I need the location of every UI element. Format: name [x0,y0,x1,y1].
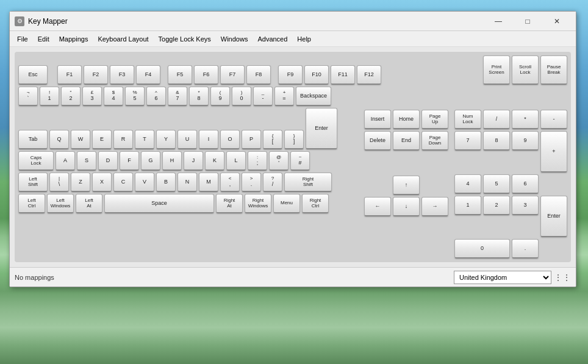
key-f[interactable]: F [120,151,139,171]
key-6[interactable]: ^6 [146,87,166,106]
key-numpad-0[interactable]: 0 [454,239,510,259]
key-f2[interactable]: F2 [84,65,108,85]
key-m[interactable]: M [199,173,218,192]
key-a[interactable]: A [56,151,75,171]
key-menu[interactable]: Menu [273,194,300,213]
key-space[interactable]: Space [104,194,214,213]
key-equals[interactable]: += [274,87,294,106]
key-numpad-2[interactable]: 2 [483,196,510,215]
menu-toggle-lock-keys[interactable]: Toggle Lock Keys [154,34,216,45]
key-backtick[interactable]: ¬` [18,87,38,106]
key-left-ctrl[interactable]: LeftCtrl [18,194,45,213]
key-i[interactable]: I [199,130,218,149]
key-h[interactable]: H [162,151,182,171]
key-p[interactable]: P [242,130,261,149]
key-numpad-enter[interactable]: Enter [540,196,567,237]
key-down[interactable]: ↓ [393,197,420,216]
key-s[interactable]: S [77,151,96,171]
key-f10[interactable]: F10 [304,65,329,85]
key-page-down[interactable]: PageDown [421,131,448,151]
key-f11[interactable]: F11 [331,65,355,85]
key-0[interactable]: )0 [232,87,251,106]
keyboard-layout-select[interactable]: United Kingdom United States German Fren… [454,271,551,284]
key-left-windows[interactable]: LeftWindows [47,194,74,213]
key-y[interactable]: Y [156,130,176,149]
menu-windows[interactable]: Windows [216,34,253,45]
key-l[interactable]: L [226,151,246,171]
key-7[interactable]: &7 [168,87,187,106]
key-caps-lock[interactable]: CapsLock [18,151,54,171]
key-j[interactable]: J [184,151,203,171]
close-button[interactable]: ✕ [543,14,571,29]
key-v[interactable]: V [135,173,154,192]
key-hash[interactable]: ~# [290,151,310,171]
maximize-button[interactable]: □ [514,14,542,29]
menu-help[interactable]: Help [292,34,316,45]
key-numpad-minus[interactable]: - [540,110,567,129]
key-semicolon[interactable]: :; [248,151,267,171]
key-g[interactable]: G [141,151,160,171]
key-numpad-8[interactable]: 8 [483,131,510,151]
key-end[interactable]: End [393,131,420,151]
key-z[interactable]: Z [71,173,90,192]
minimize-button[interactable]: — [484,14,512,29]
key-left[interactable]: ← [364,197,391,216]
key-f12[interactable]: F12 [357,65,381,85]
key-minus[interactable]: _- [253,87,273,106]
key-pause-break[interactable]: PauseBreak [540,55,567,85]
key-numpad-7[interactable]: 7 [454,131,481,151]
key-backslash[interactable]: |\ [49,173,69,192]
key-numpad-1[interactable]: 1 [454,196,481,215]
key-up[interactable]: ↑ [393,176,420,195]
key-esc[interactable]: Esc [18,65,48,85]
key-b[interactable]: B [156,173,176,192]
key-right-ctrl[interactable]: RightCtrl [302,194,329,213]
key-left-alt[interactable]: LeftAt [76,194,102,213]
settings-dots-icon[interactable]: ⋮⋮ [554,273,571,282]
key-left-shift[interactable]: LeftShift [18,173,48,192]
key-backspace[interactable]: Backspace [296,87,331,106]
key-print-screen[interactable]: PrintScreen [483,55,510,85]
key-scroll-lock[interactable]: ScrollLock [512,55,539,85]
key-4[interactable]: $4 [104,87,123,106]
key-9[interactable]: (9 [210,87,230,106]
key-num-lock[interactable]: NumLock [454,110,481,129]
key-f1[interactable]: F1 [57,65,82,85]
key-5[interactable]: %5 [125,87,145,106]
key-f3[interactable]: F3 [110,65,134,85]
key-3[interactable]: £3 [82,87,102,106]
key-home[interactable]: Home [393,110,420,129]
key-numpad-period[interactable]: . [512,239,539,259]
key-insert[interactable]: Insert [364,110,391,129]
key-n[interactable]: N [177,173,197,192]
key-numpad-6[interactable]: 6 [512,174,539,194]
key-lbracket[interactable]: {[ [263,130,282,149]
menu-mappings[interactable]: Mappings [54,34,93,45]
key-right-shift[interactable]: RightShift [284,173,332,192]
key-k[interactable]: K [205,151,224,171]
key-d[interactable]: D [98,151,118,171]
menu-edit[interactable]: Edit [33,34,54,45]
key-delete[interactable]: Delete [364,131,391,151]
key-2[interactable]: "2 [61,87,81,106]
key-quote[interactable]: @' [269,151,289,171]
key-comma[interactable]: <, [220,173,240,192]
key-u[interactable]: U [177,130,197,149]
key-1[interactable]: !1 [40,87,59,106]
key-right[interactable]: → [421,197,448,216]
key-x[interactable]: X [92,173,112,192]
key-right-windows[interactable]: RightWindows [245,194,271,213]
menu-advanced[interactable]: Advanced [253,34,292,45]
key-f4[interactable]: F4 [136,65,160,85]
key-rbracket[interactable]: }] [284,130,304,149]
key-f9[interactable]: F9 [278,65,303,85]
key-numpad-slash[interactable]: / [483,110,510,129]
key-f8[interactable]: F8 [246,65,271,85]
key-r[interactable]: R [113,130,133,149]
key-e[interactable]: E [92,130,112,149]
key-t[interactable]: T [135,130,154,149]
key-o[interactable]: O [220,130,240,149]
menu-keyboard-layout[interactable]: Keyboard Layout [93,34,153,45]
key-numpad-4[interactable]: 4 [454,174,481,194]
key-numpad-3[interactable]: 3 [512,196,539,215]
